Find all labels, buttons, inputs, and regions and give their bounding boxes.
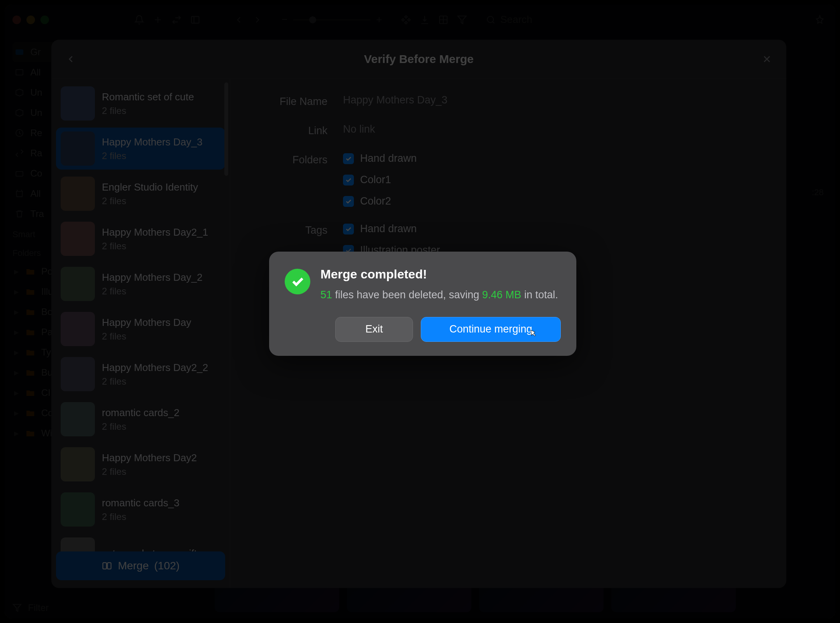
dialog-message: 51 files have been deleted, saving 9.46 …: [320, 287, 558, 303]
exit-button[interactable]: Exit: [335, 317, 413, 342]
success-check-icon: [285, 269, 310, 294]
deleted-count: 51: [320, 289, 332, 301]
completion-dialog: Merge completed! 51 files have been dele…: [269, 252, 576, 356]
continue-merging-button[interactable]: Continue merging: [421, 317, 561, 342]
cursor-icon: [528, 329, 537, 338]
dialog-title: Merge completed!: [320, 267, 558, 282]
saved-size: 9.46 MB: [482, 289, 522, 301]
app-window: − + Gr AllUnUnReRaCoAllTra Smart Folders…: [5, 5, 835, 618]
